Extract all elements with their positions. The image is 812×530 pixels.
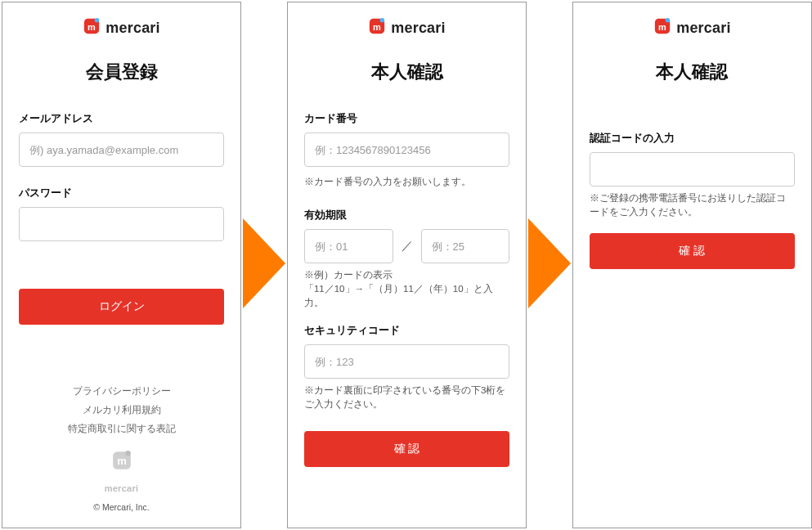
card-number-hint: ※カード番号の入力をお願いします。 [304, 175, 509, 189]
arrow-right-icon [243, 218, 285, 308]
login-button[interactable]: ログイン [19, 289, 224, 325]
brand-name: mercari [676, 20, 730, 37]
svg-marker-6 [243, 218, 285, 308]
footer-links: プライバシーポリシー メルカリ利用規約 特定商取引に関する表記 m mercar… [19, 382, 224, 516]
auth-code-field[interactable] [590, 152, 795, 186]
confirm-button[interactable]: 確 認 [304, 431, 509, 467]
footer-brand-name: mercari [105, 479, 139, 497]
brand-header: m mercari [19, 17, 224, 38]
panel-register: m mercari 会員登録 メールアドレス パスワード ログイン プライバシー… [2, 2, 241, 528]
expiry-hint: ※例）カードの表示 「11／10」→「（月）11／（年）10」と入力。 [304, 268, 509, 309]
svg-marker-10 [528, 218, 571, 308]
panel-card-verify: m mercari 本人確認 カード番号 ※カード番号の入力をお願いします。 有… [287, 2, 527, 528]
terms-link[interactable]: メルカリ利用規約 [83, 405, 161, 415]
page-title: 会員登録 [19, 60, 224, 84]
brand-header: m mercari [304, 17, 509, 38]
cvc-field[interactable] [304, 344, 509, 379]
password-label: パスワード [19, 186, 224, 200]
card-number-field[interactable] [304, 132, 509, 167]
expiry-row: ／ [304, 229, 509, 263]
footer-logo: m mercari © Mercari, Inc. [19, 450, 224, 516]
svg-text:m: m [658, 22, 666, 32]
mercari-logo-icon: m [83, 17, 101, 38]
password-field[interactable] [19, 207, 224, 241]
svg-text:m: m [87, 22, 96, 32]
expiry-label: 有効期限 [304, 209, 509, 222]
brand-name: mercari [391, 20, 445, 37]
mercari-logo-grey-icon: m [111, 450, 132, 478]
page-title: 本人確認 [304, 60, 509, 84]
page-title: 本人確認 [590, 60, 795, 84]
code-label: 認証コードの入力 [590, 132, 795, 146]
panel-code-verify: m mercari 本人確認 認証コードの入力 ※ご登録の携帯電話番号にお送りし… [572, 2, 812, 528]
confirm-button[interactable]: 確 認 [590, 233, 795, 269]
flow-arrow-1 [241, 0, 287, 527]
svg-text:m: m [373, 22, 381, 32]
brand-name: mercari [105, 20, 159, 37]
arrow-right-icon [528, 218, 571, 308]
expiry-separator: ／ [402, 239, 413, 254]
mercari-logo-icon: m [653, 17, 671, 38]
svg-text:m: m [117, 455, 127, 467]
expiry-year-field[interactable] [421, 229, 510, 263]
copyright: © Mercari, Inc. [93, 499, 149, 516]
cvc-label: セキュリティコード [304, 324, 509, 338]
expiry-month-field[interactable] [304, 229, 393, 263]
cvc-hint: ※カード裏面に印字されている番号の下3桁をご入力ください。 [304, 384, 509, 411]
brand-header: m mercari [590, 17, 795, 38]
code-hint: ※ご登録の携帯電話番号にお送りした認証コードをご入力ください。 [590, 191, 795, 218]
privacy-link[interactable]: プライバシーポリシー [73, 386, 171, 396]
flow-arrow-2 [527, 0, 572, 527]
email-field[interactable] [19, 132, 224, 167]
email-label: メールアドレス [19, 112, 224, 126]
mercari-logo-icon: m [368, 17, 386, 38]
card-number-label: カード番号 [304, 112, 509, 126]
tokutei-link[interactable]: 特定商取引に関する表記 [68, 424, 176, 433]
